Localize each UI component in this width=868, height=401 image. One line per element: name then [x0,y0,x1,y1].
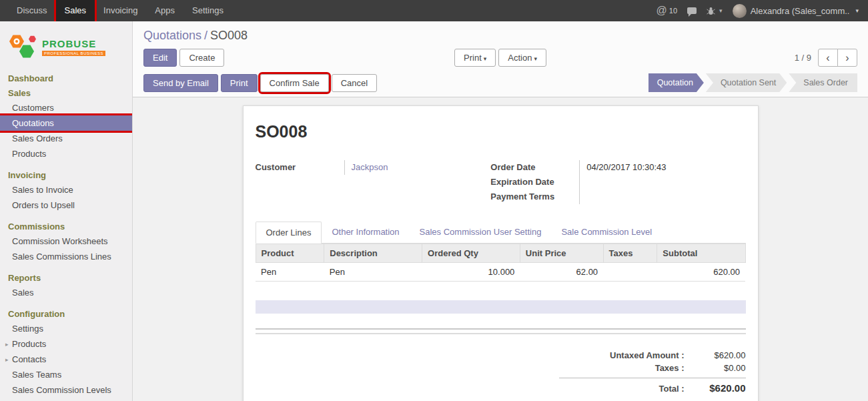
breadcrumb-quotations[interactable]: Quotations [143,29,201,42]
sidebar-item-dashboard[interactable]: Dashboard [0,71,132,85]
at-icon: @ [657,5,667,16]
messages-menu[interactable]: @ 10 [657,5,678,16]
sidebar-item-sales-orders[interactable]: Sales Orders [0,131,132,146]
menu-invoicing[interactable]: Invoicing [95,0,146,21]
chevron-right-icon: ▸ [5,341,12,348]
field-customer: Customer Jackpson [256,160,491,175]
cell-product[interactable]: Pen [256,263,324,282]
sidebar-item-label: Contacts [12,354,46,364]
order-lines-table: Product Description Ordered Qty Unit Pri… [256,244,746,282]
field-group: Customer Jackpson Order Date 04/20/2017 … [256,160,746,204]
field-expiration-date: Expiration Date [490,175,745,189]
sidebar-section-invoicing[interactable]: Invoicing [0,167,132,182]
probuse-logo[interactable]: PROBUSE PROFESSIONAL BUSINESS [0,21,132,69]
divider [256,328,746,330]
debug-menu[interactable]: ▾ [707,6,723,15]
totals-block: Untaxed Amount : $620.00 Taxes : $0.00 T… [559,349,746,395]
control-panel: Quotations/SO008 Edit Create Print▾ Acti… [133,21,868,72]
menu-sales[interactable]: Sales [56,0,95,21]
customer-value[interactable]: Jackpson [344,160,491,175]
tab-order-lines[interactable]: Order Lines [256,222,322,244]
user-menu[interactable]: Alexandra (Sales_comm.. ▾ [733,4,859,18]
sidebar-item-commission-worksheets[interactable]: Commission Worksheets [0,234,132,249]
sidebar-item-config-contacts[interactable]: ▸ Contacts [0,352,132,367]
tab-sale-commission-level[interactable]: Sale Commission Level [551,222,662,244]
expiration-date-label: Expiration Date [490,175,579,189]
pager-previous-button[interactable]: ‹ [818,49,838,67]
print-dropdown[interactable]: Print▾ [454,49,496,67]
cell-taxes [603,263,657,282]
sidebar-item-sales-commissions-lines[interactable]: Sales Commissions Lines [0,249,132,264]
sidebar-section-configuration[interactable]: Configuration [0,306,132,321]
avatar [733,4,747,18]
column-header-taxes: Taxes [603,244,657,263]
state-sales-order[interactable]: Sales Order [789,73,857,92]
sidebar-item-customers[interactable]: Customers [0,100,132,115]
user-name: Alexandra (Sales_comm.. [751,6,850,16]
cell-subtotal: 620.00 [657,263,745,282]
sidebar-item-config-products[interactable]: ▸ Products [0,336,132,352]
untaxed-amount-row: Untaxed Amount : $620.00 [559,349,746,362]
column-header-product: Product [256,244,324,263]
action-dropdown-label: Action [508,53,532,63]
sidebar-item-reports-sales[interactable]: Sales [0,285,132,300]
section-separator-bar [256,300,746,314]
caret-down-icon: ▾ [484,55,487,62]
sidebar-item-sales-commission-levels[interactable]: Sales Commission Levels [0,382,132,398]
sidebar-item-products[interactable]: Products [0,146,132,161]
create-button[interactable]: Create [179,49,224,67]
tab-other-information[interactable]: Other Information [322,222,409,244]
column-header-unit-price: Unit Price [520,244,603,263]
top-menu: Discuss Sales Invoicing Apps Settings [0,0,232,21]
print-button[interactable]: Print [221,74,258,92]
pager-value: 1 / 9 [795,53,811,63]
confirm-sale-button[interactable]: Confirm Sale [260,74,329,92]
print-dropdown-label: Print [464,53,482,63]
menu-settings[interactable]: Settings [183,0,232,21]
payment-terms-value [579,189,745,204]
bug-icon [707,6,715,15]
buttons-row: Edit Create Print▾ Action▾ 1 / 9 ‹ › [133,44,868,72]
action-dropdown[interactable]: Action▾ [498,49,546,67]
menu-discuss[interactable]: Discuss [8,0,56,21]
state-quotation-sent[interactable]: Quotation Sent [706,73,787,92]
sidebar-item-orders-to-upsell[interactable]: Orders to Upsell [0,197,132,213]
total-value: $620.00 [693,382,746,394]
brand-name: PROBUSE [42,38,105,49]
chat-bubble-icon [687,7,697,14]
messages-count: 10 [669,7,677,15]
caret-down-icon: ▾ [534,55,537,62]
chat-menu[interactable] [687,7,697,14]
divider [256,333,746,334]
sidebar-section-sales[interactable]: Sales [0,85,132,100]
cancel-button[interactable]: Cancel [332,74,377,92]
table-header-row: Product Description Ordered Qty Unit Pri… [256,244,745,263]
sidebar-item-sales-teams[interactable]: Sales Teams [0,367,132,382]
notebook-tabs: Order Lines Other Information Sales Comm… [256,222,746,244]
sidebar-item-sales-to-invoice[interactable]: Sales to Invoice [0,182,132,197]
payment-terms-label: Payment Terms [490,189,579,204]
state-quotation[interactable]: Quotation [648,73,704,92]
edit-button[interactable]: Edit [143,49,177,67]
sidebar-section-reports[interactable]: Reports [0,270,132,285]
logo-hexagons-icon [8,32,37,61]
taxes-label: Taxes : [559,363,693,373]
statusbar: Quotation Quotation Sent Sales Order [648,73,857,92]
sidebar: PROBUSE PROFESSIONAL BUSINESS Dashboard … [0,21,133,401]
content-area: SO008 Customer Jackpson Order Date 04/20… [133,97,868,401]
expiration-date-value [579,175,745,189]
tab-sales-commission-user-setting[interactable]: Sales Commission User Setting [410,222,552,244]
brand-tagline: PROFESSIONAL BUSINESS [42,51,105,56]
sidebar-nav: Dashboard Sales Customers Quotations Sal… [0,71,132,401]
breadcrumb-separator: / [204,29,207,42]
chevron-right-icon: ▸ [5,356,12,363]
cell-ordered-qty: 10.000 [422,263,520,282]
sidebar-section-commissions[interactable]: Commissions [0,219,132,234]
send-by-email-button[interactable]: Send by Email [143,74,218,92]
pager-next-button[interactable]: › [837,49,857,67]
sidebar-item-quotations[interactable]: Quotations [0,115,132,131]
table-row[interactable]: Pen Pen 10.000 62.00 620.00 [256,263,745,282]
sidebar-item-config-settings[interactable]: Settings [0,321,132,336]
menu-apps[interactable]: Apps [146,0,183,21]
breadcrumb: Quotations/SO008 [133,21,868,44]
